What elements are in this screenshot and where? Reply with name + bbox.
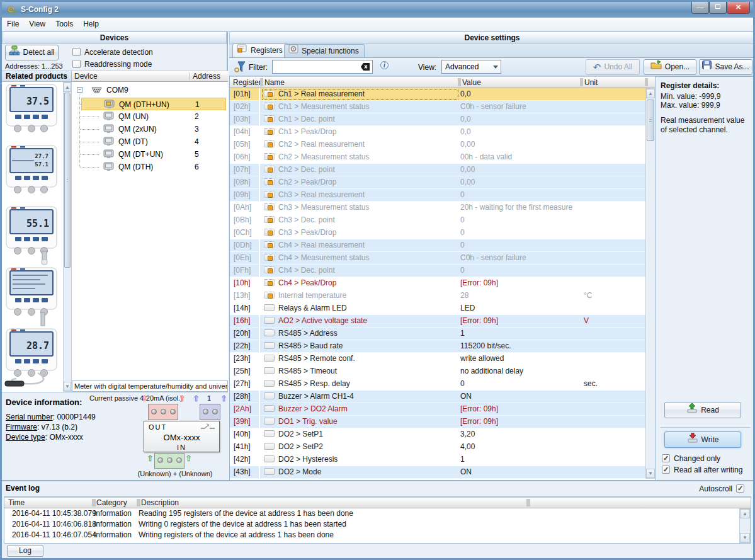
- tree-node-com-port[interactable]: − COM9: [72, 84, 227, 96]
- write-button[interactable]: Write: [664, 431, 741, 448]
- table-row[interactable]: [23h]RS485 > Remote conf.write allowed: [230, 353, 645, 365]
- scroll-down-icon[interactable]: ▼: [646, 469, 655, 478]
- detection-option[interactable]: Readdressing mode: [72, 58, 152, 69]
- products-scrollbar[interactable]: ▲ ▼: [63, 82, 72, 392]
- table-row[interactable]: [0Ah]Ch3 > Measurement status20h - waiti…: [230, 202, 645, 214]
- autoscroll-checkbox[interactable]: ✓: [736, 484, 744, 493]
- table-row[interactable]: [03h]Ch1 > Dec. point0,0: [230, 113, 645, 126]
- checkbox-icon[interactable]: [72, 60, 81, 68]
- unit-column-header[interactable]: Unit: [581, 77, 598, 88]
- table-row[interactable]: [0Bh]Ch3 > Dec. point0: [230, 214, 645, 227]
- scrollbar-thumb[interactable]: [647, 100, 654, 141]
- event-log-row[interactable]: 2016-04-11 10:46:07.054InformationWritin…: [4, 530, 737, 540]
- table-row[interactable]: [13h]Internal temperature28°C: [230, 290, 645, 302]
- checkbox-icon[interactable]: ✓: [662, 466, 670, 474]
- scrollbar-thumb[interactable]: [64, 93, 71, 268]
- scroll-down-icon[interactable]: ▼: [64, 382, 71, 391]
- write-option[interactable]: ✓Changed only: [662, 454, 720, 463]
- register-column-header[interactable]: Register: [230, 77, 260, 88]
- event-log-row[interactable]: 2016-04-11 10:46:06.818InformationWritin…: [4, 519, 737, 530]
- tree-item-device[interactable]: QM (2xUN)3: [72, 123, 227, 135]
- log-tab[interactable]: Log: [7, 545, 43, 557]
- detection-option[interactable]: Accelerate detection: [72, 46, 153, 57]
- address-column-header[interactable]: Address: [193, 71, 220, 82]
- table-row[interactable]: [0Fh]Ch4 > Dec. point0: [230, 265, 645, 277]
- product-thumbnail[interactable]: 27.7 57.1: [3, 143, 63, 204]
- menu-item-view[interactable]: View: [24, 18, 50, 30]
- collapse-icon[interactable]: −: [77, 87, 82, 93]
- scroll-up-icon[interactable]: ▲: [64, 83, 71, 92]
- table-row[interactable]: [0Ch]Ch3 > Peak/Drop0: [230, 227, 645, 239]
- autoscroll-option[interactable]: Autoscroll✓: [699, 484, 744, 493]
- table-row[interactable]: [22h]RS485 > Baud rate115200 bit/sec.: [230, 340, 645, 353]
- device-column-header[interactable]: Device: [74, 71, 98, 82]
- table-row[interactable]: [16h]AO2 > Active voltage state[Error: 0…: [230, 315, 645, 328]
- menu-item-tools[interactable]: Tools: [50, 18, 78, 30]
- menu-item-file[interactable]: File: [2, 18, 24, 30]
- table-row[interactable]: [25h]RS485 > Timeoutno additional delay: [230, 365, 645, 378]
- filter-input[interactable]: [272, 60, 373, 74]
- write-option[interactable]: ✓Read all after writing: [662, 465, 742, 474]
- table-row[interactable]: [40h]DO2 > SetP13,20: [230, 428, 645, 441]
- checkbox-icon[interactable]: ✓: [662, 454, 670, 462]
- save-as-button[interactable]: Save As...: [699, 59, 752, 75]
- tab-special-functions[interactable]: Special functions: [284, 44, 365, 57]
- table-row[interactable]: [05h]Ch2 > Real measurement0,00: [230, 139, 645, 151]
- event-log-row[interactable]: 2016-04-11 10:45:38.079InformationReadin…: [4, 508, 737, 519]
- event-log-scrollbar[interactable]: ▲ ▼: [739, 508, 751, 543]
- table-row[interactable]: [41h]DO2 > SetP24,00: [230, 441, 645, 454]
- out-label: OUT: [149, 423, 167, 431]
- view-select[interactable]: Advanced: [441, 60, 501, 74]
- table-row[interactable]: [07h]Ch2 > Dec. point0,00: [230, 164, 645, 176]
- scroll-down-icon[interactable]: ▼: [740, 533, 750, 542]
- tree-item-device[interactable]: QM (DTH)6: [72, 161, 227, 173]
- description-column-header[interactable]: Description: [137, 498, 179, 508]
- scroll-up-icon[interactable]: ▲: [740, 509, 750, 518]
- table-row[interactable]: [14h]Relays & Alarm LEDLED: [230, 302, 645, 315]
- table-row[interactable]: [42h]DO2 > Hysteresis1: [230, 454, 645, 466]
- table-row[interactable]: [20h]RS485 > Address1: [230, 328, 645, 340]
- product-thumbnail[interactable]: 28.7: [3, 326, 63, 387]
- read-button[interactable]: Read: [664, 402, 741, 418]
- table-row[interactable]: [43h]DO2 > ModeON: [230, 466, 645, 479]
- time-column-header[interactable]: Time: [4, 498, 25, 508]
- register-unit: [581, 151, 645, 163]
- open-button[interactable]: Open...: [644, 59, 696, 75]
- scroll-up-icon[interactable]: ▲: [646, 89, 655, 98]
- info-icon[interactable]: i: [380, 61, 389, 69]
- table-row[interactable]: [04h]Ch1 > Peak/Drop0,0: [230, 126, 645, 139]
- clear-filter-icon[interactable]: [358, 62, 370, 71]
- table-row[interactable]: [2Ah]Buzzer > DO2 Alarm[Error: 09h]: [230, 403, 645, 416]
- tree-item-device[interactable]: QM (DT+UN)5: [72, 148, 227, 161]
- tree-item-device[interactable]: QM (UN)2: [72, 110, 227, 123]
- checkbox-icon[interactable]: [72, 48, 81, 56]
- tab-registers[interactable]: Registers: [232, 43, 288, 57]
- close-button[interactable]: ✕: [727, 2, 750, 14]
- tree-item-device[interactable]: QM (DT)4: [72, 135, 227, 148]
- detect-all-button[interactable]: Detect all: [5, 45, 59, 60]
- product-thumbnail[interactable]: 37.5: [3, 82, 63, 143]
- category-column-header[interactable]: Category: [93, 498, 127, 508]
- value-column-header[interactable]: Value: [459, 77, 481, 88]
- tree-item-device[interactable]: QM (DTH+UN)1: [72, 98, 227, 110]
- name-column-header[interactable]: Name: [261, 77, 285, 88]
- table-row[interactable]: [27h]RS485 > Resp. delay0sec.: [230, 378, 645, 391]
- table-row[interactable]: [06h]Ch2 > Measurement status00h - data …: [230, 151, 645, 164]
- table-row[interactable]: [02h]Ch1 > Measurement statusC0h - senso…: [230, 101, 645, 113]
- table-row[interactable]: [01h]Ch1 > Real measurement0,0: [230, 88, 645, 101]
- table-row[interactable]: [39h]DO1 > Trig. value[Error: 09h]: [230, 416, 645, 428]
- minimize-button[interactable]: —: [691, 2, 709, 14]
- table-row[interactable]: [0Dh]Ch4 > Real measurement0: [230, 239, 645, 252]
- title-bar[interactable]: ⚙⚙ S-Config 2 — ✕: [2, 2, 753, 18]
- menu-item-help[interactable]: Help: [78, 18, 104, 30]
- table-row[interactable]: [28h]Buzzer > Alarm CH1-4ON: [230, 391, 645, 403]
- table-row[interactable]: [08h]Ch2 > Peak/Drop0,00: [230, 176, 645, 189]
- product-thumbnail[interactable]: 55.1: [3, 204, 63, 265]
- table-row[interactable]: [0Eh]Ch4 > Measurement statusC0h - senso…: [230, 252, 645, 265]
- table-row[interactable]: [09h]Ch3 > Real measurement0: [230, 189, 645, 202]
- table-row[interactable]: [10h]Ch4 > Peak/Drop[Error: 09h]: [230, 277, 645, 290]
- undo-all-button[interactable]: ↶Undo All: [586, 59, 640, 75]
- product-thumbnail[interactable]: [3, 265, 63, 326]
- registers-scrollbar[interactable]: ▲ ▼: [645, 88, 656, 479]
- maximize-button[interactable]: [709, 2, 727, 14]
